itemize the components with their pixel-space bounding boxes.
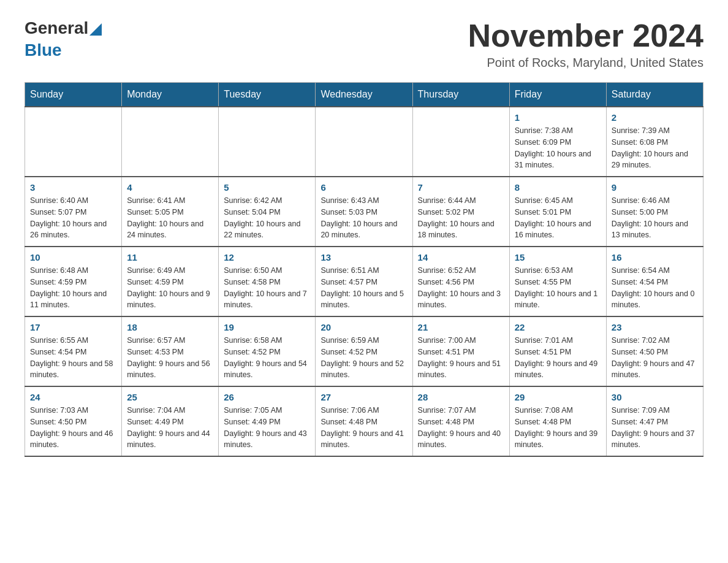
table-row: 29Sunrise: 7:08 AM Sunset: 4:48 PM Dayli…	[509, 386, 606, 456]
day-info: Sunrise: 6:58 AM Sunset: 4:52 PM Dayligh…	[224, 335, 310, 381]
day-number: 16	[612, 252, 698, 262]
table-row: 26Sunrise: 7:05 AM Sunset: 4:49 PM Dayli…	[219, 386, 316, 456]
table-row: 27Sunrise: 7:06 AM Sunset: 4:48 PM Dayli…	[316, 386, 412, 456]
day-info: Sunrise: 7:02 AM Sunset: 4:50 PM Dayligh…	[612, 335, 698, 381]
day-info: Sunrise: 7:07 AM Sunset: 4:48 PM Dayligh…	[418, 405, 504, 451]
table-row: 18Sunrise: 6:57 AM Sunset: 4:53 PM Dayli…	[122, 316, 219, 386]
day-info: Sunrise: 7:39 AM Sunset: 6:08 PM Dayligh…	[612, 125, 698, 171]
col-header-saturday: Saturday	[606, 83, 703, 107]
col-header-thursday: Thursday	[412, 83, 509, 107]
day-info: Sunrise: 6:43 AM Sunset: 5:03 PM Dayligh…	[320, 195, 407, 241]
table-row	[412, 107, 509, 177]
table-row: 15Sunrise: 6:53 AM Sunset: 4:55 PM Dayli…	[509, 247, 606, 316]
day-number: 1	[515, 112, 601, 123]
table-row: 9Sunrise: 6:46 AM Sunset: 5:00 PM Daylig…	[606, 177, 703, 247]
table-row: 3Sunrise: 6:40 AM Sunset: 5:07 PM Daylig…	[25, 177, 122, 247]
logo-general-text: General	[25, 18, 88, 38]
day-info: Sunrise: 6:46 AM Sunset: 5:00 PM Dayligh…	[612, 195, 698, 241]
table-row: 16Sunrise: 6:54 AM Sunset: 4:54 PM Dayli…	[606, 247, 703, 316]
day-info: Sunrise: 6:55 AM Sunset: 4:54 PM Dayligh…	[30, 335, 116, 381]
table-row: 22Sunrise: 7:01 AM Sunset: 4:51 PM Dayli…	[509, 316, 606, 386]
col-header-wednesday: Wednesday	[316, 83, 412, 107]
table-row: 21Sunrise: 7:00 AM Sunset: 4:51 PM Dayli…	[412, 316, 509, 386]
day-number: 25	[127, 392, 213, 402]
col-header-tuesday: Tuesday	[219, 83, 316, 107]
day-info: Sunrise: 7:04 AM Sunset: 4:49 PM Dayligh…	[127, 405, 213, 451]
day-number: 4	[127, 182, 213, 193]
table-row: 14Sunrise: 6:52 AM Sunset: 4:56 PM Dayli…	[412, 247, 509, 316]
table-row: 25Sunrise: 7:04 AM Sunset: 4:49 PM Dayli…	[122, 386, 219, 456]
day-number: 27	[320, 392, 407, 402]
day-info: Sunrise: 6:45 AM Sunset: 5:01 PM Dayligh…	[515, 195, 601, 241]
table-row: 12Sunrise: 6:50 AM Sunset: 4:58 PM Dayli…	[219, 247, 316, 316]
day-info: Sunrise: 7:01 AM Sunset: 4:51 PM Dayligh…	[515, 335, 601, 381]
day-number: 2	[612, 112, 698, 123]
logo-triangle-icon	[89, 23, 102, 36]
calendar-header-row: Sunday Monday Tuesday Wednesday Thursday…	[25, 83, 703, 107]
day-info: Sunrise: 6:41 AM Sunset: 5:05 PM Dayligh…	[127, 195, 213, 241]
day-number: 20	[320, 322, 407, 332]
logo: General Blue	[25, 18, 102, 60]
table-row: 13Sunrise: 6:51 AM Sunset: 4:57 PM Dayli…	[316, 247, 412, 316]
day-info: Sunrise: 6:49 AM Sunset: 4:59 PM Dayligh…	[127, 265, 213, 311]
day-info: Sunrise: 7:38 AM Sunset: 6:09 PM Dayligh…	[515, 125, 601, 171]
day-number: 5	[224, 182, 310, 193]
table-row	[316, 107, 412, 177]
day-number: 17	[30, 322, 116, 332]
table-row: 6Sunrise: 6:43 AM Sunset: 5:03 PM Daylig…	[316, 177, 412, 247]
day-number: 8	[515, 182, 601, 193]
table-row: 24Sunrise: 7:03 AM Sunset: 4:50 PM Dayli…	[25, 386, 122, 456]
day-number: 18	[127, 322, 213, 332]
month-year-title: November 2024	[468, 18, 703, 53]
day-info: Sunrise: 6:48 AM Sunset: 4:59 PM Dayligh…	[30, 265, 116, 311]
day-info: Sunrise: 7:06 AM Sunset: 4:48 PM Dayligh…	[320, 405, 407, 451]
day-info: Sunrise: 6:59 AM Sunset: 4:52 PM Dayligh…	[320, 335, 407, 381]
calendar-week-row: 17Sunrise: 6:55 AM Sunset: 4:54 PM Dayli…	[25, 316, 703, 386]
day-number: 28	[418, 392, 504, 402]
table-row: 11Sunrise: 6:49 AM Sunset: 4:59 PM Dayli…	[122, 247, 219, 316]
calendar-week-row: 1Sunrise: 7:38 AM Sunset: 6:09 PM Daylig…	[25, 107, 703, 177]
table-row: 30Sunrise: 7:09 AM Sunset: 4:47 PM Dayli…	[606, 386, 703, 456]
table-row: 20Sunrise: 6:59 AM Sunset: 4:52 PM Dayli…	[316, 316, 412, 386]
day-info: Sunrise: 7:05 AM Sunset: 4:49 PM Dayligh…	[224, 405, 310, 451]
day-number: 23	[612, 322, 698, 332]
col-header-monday: Monday	[122, 83, 219, 107]
day-number: 19	[224, 322, 310, 332]
calendar-week-row: 10Sunrise: 6:48 AM Sunset: 4:59 PM Dayli…	[25, 247, 703, 316]
table-row: 8Sunrise: 6:45 AM Sunset: 5:01 PM Daylig…	[509, 177, 606, 247]
table-row: 7Sunrise: 6:44 AM Sunset: 5:02 PM Daylig…	[412, 177, 509, 247]
day-info: Sunrise: 6:50 AM Sunset: 4:58 PM Dayligh…	[224, 265, 310, 311]
day-info: Sunrise: 6:54 AM Sunset: 4:54 PM Dayligh…	[612, 265, 698, 311]
table-row: 23Sunrise: 7:02 AM Sunset: 4:50 PM Dayli…	[606, 316, 703, 386]
col-header-sunday: Sunday	[25, 83, 122, 107]
day-number: 6	[320, 182, 407, 193]
day-number: 13	[320, 252, 407, 262]
table-row: 2Sunrise: 7:39 AM Sunset: 6:08 PM Daylig…	[606, 107, 703, 177]
logo-blue-text: Blue	[25, 40, 62, 60]
day-number: 21	[418, 322, 504, 332]
table-row	[219, 107, 316, 177]
table-row	[122, 107, 219, 177]
table-row	[25, 107, 122, 177]
day-number: 30	[612, 392, 698, 402]
day-number: 12	[224, 252, 310, 262]
day-number: 14	[418, 252, 504, 262]
table-row: 17Sunrise: 6:55 AM Sunset: 4:54 PM Dayli…	[25, 316, 122, 386]
day-number: 7	[418, 182, 504, 193]
page-header: General Blue November 2024 Point of Rock…	[25, 18, 703, 70]
table-row: 4Sunrise: 6:41 AM Sunset: 5:05 PM Daylig…	[122, 177, 219, 247]
table-row: 28Sunrise: 7:07 AM Sunset: 4:48 PM Dayli…	[412, 386, 509, 456]
day-number: 22	[515, 322, 601, 332]
table-row: 1Sunrise: 7:38 AM Sunset: 6:09 PM Daylig…	[509, 107, 606, 177]
day-info: Sunrise: 6:42 AM Sunset: 5:04 PM Dayligh…	[224, 195, 310, 241]
day-info: Sunrise: 7:00 AM Sunset: 4:51 PM Dayligh…	[418, 335, 504, 381]
day-info: Sunrise: 6:40 AM Sunset: 5:07 PM Dayligh…	[30, 195, 116, 241]
day-number: 26	[224, 392, 310, 402]
day-number: 15	[515, 252, 601, 262]
calendar-week-row: 24Sunrise: 7:03 AM Sunset: 4:50 PM Dayli…	[25, 386, 703, 456]
calendar-table: Sunday Monday Tuesday Wednesday Thursday…	[25, 82, 703, 457]
day-info: Sunrise: 7:03 AM Sunset: 4:50 PM Dayligh…	[30, 405, 116, 451]
day-info: Sunrise: 7:08 AM Sunset: 4:48 PM Dayligh…	[515, 405, 601, 451]
day-number: 3	[30, 182, 116, 193]
day-number: 11	[127, 252, 213, 262]
